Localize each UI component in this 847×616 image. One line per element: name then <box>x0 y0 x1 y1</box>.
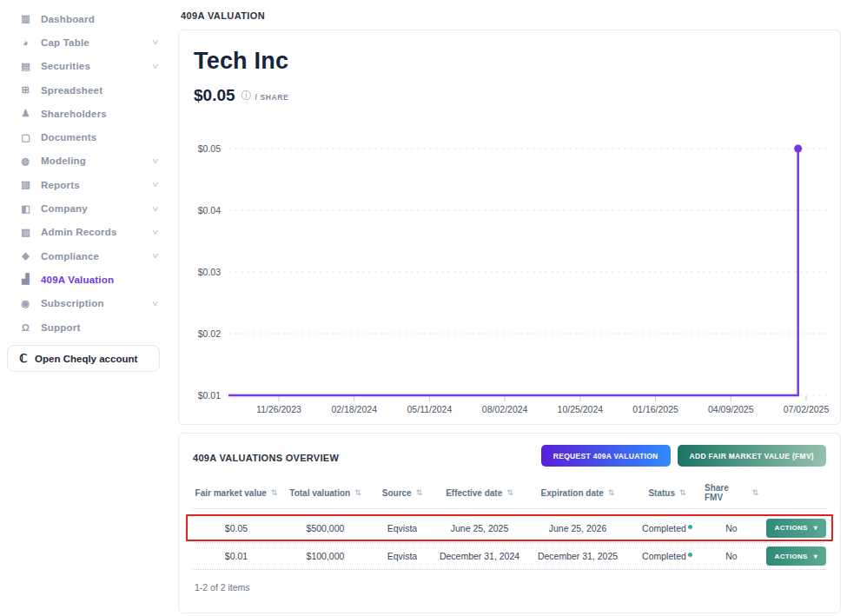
actions-button[interactable]: ACTIONS▾ <box>766 519 826 538</box>
sidebar-item-409a-valuation[interactable]: ▟409A Valuation <box>0 268 169 291</box>
overview-header: 409A VALUATIONS OVERVIEW REQUEST 409A VA… <box>193 445 826 467</box>
sidebar-item-securities[interactable]: ▤Securities> <box>0 55 169 78</box>
cell-value: Eqvista <box>387 551 417 561</box>
column-label: Expiration date <box>541 488 604 498</box>
x-axis-tick-label: 01/16/2025 <box>632 404 678 414</box>
sidebar-item-cap-table[interactable]: ◕Cap Table> <box>0 30 169 54</box>
chevron-down-icon: > <box>149 182 159 188</box>
chevron-down-icon: > <box>149 254 159 259</box>
column-label: Status <box>648 488 675 498</box>
y-axis-tick-label: $0.02 <box>198 328 221 339</box>
fmv-data-point-dot <box>794 145 802 153</box>
cell-fair-market-value: $0.05 <box>193 523 280 533</box>
sidebar-item-label: Dashboard <box>41 14 157 24</box>
caret-down-icon: ▾ <box>814 524 817 532</box>
cell-share-fmv: No <box>705 523 758 533</box>
column-label: Fair market value <box>195 488 267 498</box>
cell-value: $100,000 <box>307 551 345 561</box>
valuation-chart-card: Tech Inc $0.05 ⓘ / SHARE $0.01$0.02$0.03… <box>178 30 841 425</box>
certificate-icon: ▤ <box>19 61 32 72</box>
cheqly-logo-icon: ℂ <box>19 352 27 365</box>
sort-icon[interactable]: ⇅ <box>679 488 686 497</box>
dashboard-icon: ▥ <box>19 13 32 24</box>
valuations-table: Fair market value⇅Total valuation⇅Source… <box>193 483 826 570</box>
actions-button[interactable]: ACTIONS▾ <box>766 546 826 566</box>
cell-share-fmv: No <box>705 551 758 561</box>
page-title: 409A VALUATION <box>181 10 841 21</box>
sort-icon[interactable]: ⇅ <box>271 488 278 497</box>
chevron-down-icon: > <box>149 301 159 306</box>
cell-status: Completed <box>630 523 705 533</box>
table-body: $0.05$500,000EqvistaJune 25, 2025June 25… <box>193 514 826 570</box>
column-header-status[interactable]: Status⇅ <box>630 488 705 498</box>
records-icon: ▨ <box>19 227 32 238</box>
sort-icon[interactable]: ⇅ <box>354 488 361 497</box>
chevron-down-icon: > <box>149 63 159 69</box>
sort-icon[interactable]: ⇅ <box>751 488 758 497</box>
column-header-total-valuation[interactable]: Total valuation⇅ <box>280 488 371 498</box>
sidebar-nav: ▥Dashboard◕Cap Table>▤Securities>⊞Spread… <box>0 7 169 339</box>
add-fair-market-value-button[interactable]: ADD FAIR MARKET VALUE (FMV) <box>678 445 826 467</box>
column-header-expiration-date[interactable]: Expiration date⇅ <box>526 488 630 498</box>
sidebar-item-documents[interactable]: ▢Documents <box>0 125 169 149</box>
sort-icon[interactable]: ⇅ <box>416 488 423 497</box>
sidebar-item-shareholders[interactable]: ♟Shareholders <box>0 102 169 125</box>
column-header-effective-date[interactable]: Effective date⇅ <box>433 488 526 498</box>
actions-button-label: ACTIONS <box>775 553 808 560</box>
cell-effective-date: June 25, 2025 <box>433 523 526 533</box>
sidebar-item-spreadsheet[interactable]: ⊞Spreadsheet <box>0 78 169 102</box>
sidebar-item-label: Company <box>41 203 152 214</box>
x-axis-tick-label: 08/02/2024 <box>482 404 528 414</box>
y-axis-tick-label: $0.01 <box>198 390 221 401</box>
table-row: $0.01$100,000EqvistaDecember 31, 2024Dec… <box>193 543 826 570</box>
cell-total-valuation: $100,000 <box>280 551 371 561</box>
table-header-row: Fair market value⇅Total valuation⇅Source… <box>193 483 826 509</box>
lightbulb-icon: ◍ <box>19 156 32 167</box>
cell-value: No <box>725 551 737 561</box>
sidebar-item-label: Cap Table <box>41 37 152 48</box>
overview-title: 409A VALUATIONS OVERVIEW <box>193 453 339 463</box>
sidebar-item-modeling[interactable]: ◍Modeling> <box>0 149 169 173</box>
sort-icon[interactable]: ⇅ <box>506 488 513 497</box>
pie-chart-icon: ◕ <box>19 37 32 48</box>
cell-status: Completed <box>630 551 705 561</box>
sidebar-item-label: Modeling <box>41 156 152 166</box>
cell-actions: ACTIONS▾ <box>758 519 826 538</box>
cell-value: December 31, 2024 <box>440 551 519 561</box>
sidebar-item-dashboard[interactable]: ▥Dashboard <box>0 7 169 30</box>
open-cheqly-account-button[interactable]: ℂ Open Cheqly account <box>7 345 160 372</box>
column-label: Effective date <box>446 488 502 498</box>
column-header-source[interactable]: Source⇅ <box>371 488 433 498</box>
sidebar-item-label: Securities <box>41 61 152 71</box>
headset-icon: Ω <box>19 322 32 333</box>
sidebar-item-subscription[interactable]: ◉Subscription> <box>0 292 169 315</box>
cell-value: June 25, 2026 <box>549 523 607 533</box>
request-409a-valuation-button[interactable]: REQUEST 409A VALUATION <box>541 445 671 467</box>
column-label: Total valuation <box>289 488 350 498</box>
sidebar-item-label: Admin Records <box>41 227 152 237</box>
spreadsheet-icon: ⊞ <box>19 84 32 96</box>
sidebar-item-reports[interactable]: ▧Reports> <box>0 173 169 196</box>
sort-icon[interactable]: ⇅ <box>608 488 615 497</box>
x-axis-tick-label: 05/11/2024 <box>407 404 453 414</box>
sidebar-item-admin-records[interactable]: ▨Admin Records> <box>0 221 169 244</box>
sidebar-item-compliance[interactable]: ◈Compliance> <box>0 244 169 268</box>
main-content: 409A VALUATION Tech Inc $0.05 ⓘ / SHARE … <box>169 0 847 616</box>
cell-actions: ACTIONS▾ <box>758 546 826 566</box>
shield-check-icon: ◈ <box>19 250 32 262</box>
x-axis-tick-label: 02/18/2024 <box>331 404 377 414</box>
caret-down-icon: ▾ <box>814 553 817 560</box>
sidebar-item-support[interactable]: ΩSupport <box>0 315 169 339</box>
cell-value: Eqvista <box>387 523 417 533</box>
app-window: ▥Dashboard◕Cap Table>▤Securities>⊞Spread… <box>0 0 847 616</box>
sidebar-item-company[interactable]: ◧Company> <box>0 196 169 220</box>
x-axis-tick-label: 11/26/2023 <box>256 404 301 414</box>
cell-value: $500,000 <box>307 523 345 533</box>
shareholders-icon: ♟ <box>19 108 32 119</box>
column-header-fair-market-value[interactable]: Fair market value⇅ <box>193 488 280 498</box>
x-axis-tick-label: 04/09/2025 <box>708 404 754 414</box>
column-header-share-fmv[interactable]: Share FMV⇅ <box>705 483 758 502</box>
info-icon[interactable]: ⓘ <box>242 89 252 103</box>
status-dot <box>688 525 692 529</box>
building-icon: ◧ <box>19 203 32 215</box>
